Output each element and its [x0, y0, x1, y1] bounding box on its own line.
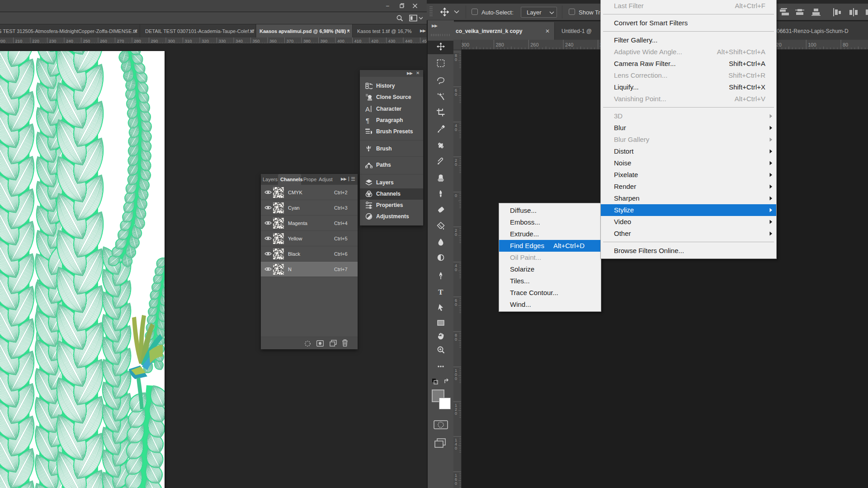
svg-text:0: 0 — [455, 267, 457, 272]
svg-text:0: 0 — [455, 337, 457, 342]
svg-text:390: 390 — [321, 38, 328, 43]
svg-text:380: 380 — [303, 38, 311, 43]
svg-text:410: 410 — [354, 38, 362, 43]
svg-text:270: 270 — [117, 38, 124, 43]
svg-text:230: 230 — [49, 38, 57, 43]
svg-text:0: 0 — [455, 193, 457, 198]
svg-text:0: 0 — [455, 57, 457, 62]
svg-text:420: 420 — [371, 38, 378, 43]
svg-text:200: 200 — [0, 38, 5, 43]
svg-text:250: 250 — [83, 38, 90, 43]
svg-text:0: 0 — [455, 446, 457, 450]
svg-text:80: 80 — [843, 42, 848, 47]
svg-text:320: 320 — [202, 38, 209, 43]
svg-text:360: 360 — [269, 38, 277, 43]
svg-text:300: 300 — [168, 38, 175, 43]
svg-text:450: 450 — [422, 38, 427, 43]
svg-text:0: 0 — [455, 411, 457, 416]
svg-text:340: 340 — [236, 38, 243, 43]
svg-text:T: T — [438, 288, 443, 296]
svg-text:260: 260 — [530, 42, 538, 47]
svg-text:350: 350 — [253, 38, 260, 43]
svg-text:¶: ¶ — [366, 117, 369, 124]
svg-text:A: A — [365, 105, 370, 113]
svg-text:440: 440 — [405, 38, 412, 43]
svg-text:370: 370 — [287, 38, 294, 43]
svg-text:0: 0 — [455, 127, 457, 132]
svg-text:220: 220 — [32, 38, 39, 43]
svg-text:280: 280 — [496, 42, 504, 47]
svg-text:240: 240 — [565, 42, 573, 47]
svg-text:330: 330 — [219, 38, 226, 43]
svg-text:430: 430 — [388, 38, 396, 43]
svg-text:280: 280 — [134, 38, 141, 43]
svg-text:100: 100 — [808, 42, 816, 47]
svg-text:300: 300 — [462, 42, 469, 47]
svg-text:0: 0 — [455, 481, 457, 486]
svg-text:400: 400 — [337, 38, 344, 43]
svg-text:260: 260 — [100, 38, 107, 43]
svg-text:0: 0 — [455, 162, 457, 167]
svg-text:0: 0 — [455, 376, 457, 381]
svg-text:210: 210 — [15, 38, 23, 43]
svg-text:0: 0 — [455, 232, 457, 237]
svg-text:240: 240 — [66, 38, 73, 43]
svg-text:0: 0 — [455, 92, 457, 97]
svg-text:310: 310 — [185, 38, 192, 43]
svg-text:290: 290 — [151, 38, 158, 43]
svg-text:0: 0 — [455, 302, 457, 307]
